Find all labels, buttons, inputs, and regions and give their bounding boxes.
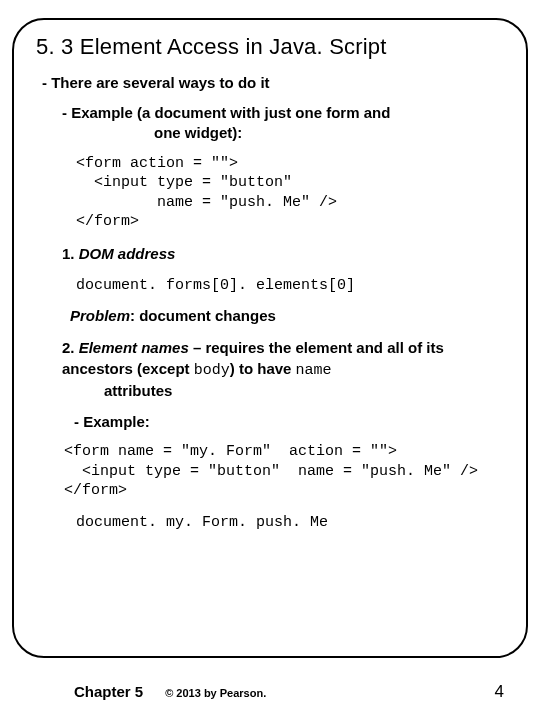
item-2-text-c: attributes	[104, 382, 172, 399]
inline-code-name: name	[296, 362, 332, 379]
code-block-3: <form name = "my. Form" action = ""> <in…	[64, 442, 504, 501]
chapter-label: Chapter 5	[74, 683, 143, 700]
problem-rest: : document changes	[130, 307, 276, 324]
sub-example: - Example:	[74, 413, 504, 430]
code-block-4: document. my. Form. push. Me	[76, 513, 504, 533]
example-line2: one widget):	[154, 123, 504, 143]
content-frame: 5. 3 Element Access in Java. Script - Th…	[12, 18, 528, 658]
problem-prefix: Problem	[70, 307, 130, 324]
code-block-2: document. forms[0]. elements[0]	[76, 276, 504, 296]
footer: Chapter 5 © 2013 by Pearson. 4	[0, 682, 540, 702]
item-2-text-b: ) to have	[230, 360, 296, 377]
slide-title: 5. 3 Element Access in Java. Script	[36, 34, 504, 60]
page-number: 4	[495, 682, 504, 702]
item-2-title: Element names	[79, 339, 189, 356]
item-2-number: 2.	[62, 339, 79, 356]
item-1: 1. DOM address	[62, 244, 504, 264]
example-line1: - Example (a document with just one form…	[62, 104, 390, 121]
slide: 5. 3 Element Access in Java. Script - Th…	[0, 0, 540, 720]
item-1-title: DOM address	[79, 245, 176, 262]
footer-left-group: Chapter 5 © 2013 by Pearson.	[74, 683, 266, 700]
item-2: 2. Element names – requires the element …	[62, 338, 504, 401]
problem-line: Problem: document changes	[70, 307, 504, 324]
inline-code-body: body	[194, 362, 230, 379]
example-header: - Example (a document with just one form…	[62, 103, 504, 144]
item-1-number: 1.	[62, 245, 79, 262]
code-block-1: <form action = ""> <input type = "button…	[76, 154, 504, 232]
copyright-label: © 2013 by Pearson.	[165, 687, 266, 699]
intro-line: - There are several ways to do it	[42, 74, 504, 91]
